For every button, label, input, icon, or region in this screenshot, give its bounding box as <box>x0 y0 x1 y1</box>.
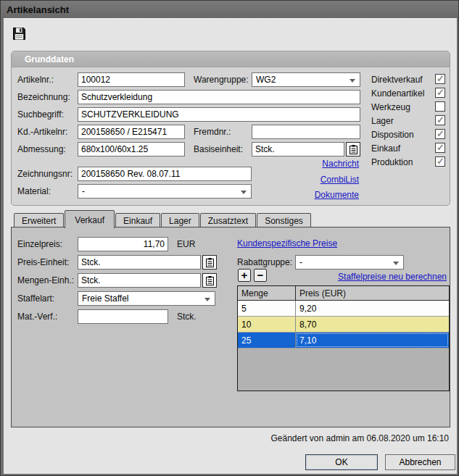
mat-verf-unit: Stck. <box>177 312 197 322</box>
table-header: Menge Preis (EUR) <box>238 286 449 301</box>
mengen-einheit-label: Mengen-Einh.: <box>17 275 74 285</box>
einzelpreis-unit: EUR <box>177 239 195 249</box>
floppy-disk-icon <box>12 27 26 43</box>
staffelpreise-neu-berechnen-link[interactable]: Staffelpreise neu berechnen <box>338 272 447 282</box>
chevron-down-icon <box>241 191 247 194</box>
menge-cell[interactable]: 25 <box>238 333 296 348</box>
rabattgruppe-label: Rabattgruppe: <box>237 257 292 267</box>
kundenartikel-checkbox[interactable] <box>435 88 445 98</box>
nachricht-link[interactable]: Nachricht <box>322 159 359 169</box>
clipboard-icon <box>350 145 357 154</box>
rabattgruppe-value: - <box>299 257 302 267</box>
grunddaten-groupbox: Grunddaten Artikelnr.: Warengruppe: WG2 … <box>11 51 450 206</box>
title-bar: Artikelansicht <box>1 1 458 18</box>
rabattgruppe-select[interactable]: - <box>295 255 404 270</box>
basiseinheit-label: Basiseinheit: <box>194 144 243 154</box>
mat-verf-label: Mat.-Verf.: <box>17 312 57 322</box>
staffelart-label: Staffelart: <box>17 293 54 304</box>
einkauf-label: Einkauf <box>371 143 400 154</box>
artikelnr-label: Artikelnr.: <box>17 75 54 85</box>
chevron-down-icon <box>350 79 355 83</box>
cancel-button[interactable]: Abbrechen <box>385 454 455 470</box>
bezeichnung-input[interactable] <box>78 90 360 104</box>
werkzeug-checkbox[interactable] <box>435 101 445 112</box>
table-row[interactable]: 10 8,70 <box>238 317 449 333</box>
preis-einheit-input[interactable] <box>78 255 201 270</box>
clipboard-icon <box>206 276 214 285</box>
kd-artikelnr-input[interactable] <box>78 125 185 139</box>
combilist-link[interactable]: CombiList <box>321 175 359 185</box>
clipboard-icon <box>206 258 214 267</box>
column-header-menge[interactable]: Menge <box>238 286 296 300</box>
verkauf-tab-page: Einzelpreis: EUR Preis-Einheit: Mengen-E… <box>11 227 450 427</box>
preis-cell[interactable]: 8,70 <box>296 317 449 332</box>
einzelpreis-input[interactable] <box>78 237 168 251</box>
material-value: - <box>82 186 85 196</box>
warengruppe-value: WG2 <box>256 75 276 85</box>
tab-erweitert[interactable]: Erweitert <box>14 213 64 227</box>
menge-cell[interactable]: 10 <box>238 317 296 332</box>
tab-sonstiges[interactable]: Sonstiges <box>257 213 311 227</box>
abmessung-label: Abmessung: <box>17 144 66 154</box>
table-row[interactable]: 5 9,20 <box>238 301 449 317</box>
preis-cell[interactable]: 9,20 <box>296 301 449 316</box>
lager-label: Lager <box>371 116 394 126</box>
dialog-content: Grunddaten Artikelnr.: Warengruppe: WG2 … <box>4 18 457 474</box>
preis-cell[interactable]: 7,10 <box>296 333 449 348</box>
menge-cell[interactable]: 5 <box>238 301 296 316</box>
zeichnungsnr-label: Zeichnungsnr: <box>17 169 73 179</box>
zeichnungsnr-input[interactable] <box>78 167 252 181</box>
tab-strip: Erweitert Verkauf Einkauf Lager Zusatzte… <box>11 210 312 227</box>
staffelart-select[interactable]: Freie Staffel <box>78 291 215 306</box>
suchbegriff-label: Suchbegriff: <box>17 109 64 120</box>
disposition-checkbox[interactable] <box>435 129 445 139</box>
kd-artikelnr-label: Kd.-Artikelnr: <box>17 127 67 137</box>
fremdnr-label: Fremdnr.: <box>194 127 231 137</box>
artikelnr-input[interactable] <box>78 72 185 87</box>
mat-verf-input[interactable] <box>78 309 168 324</box>
lager-checkbox[interactable] <box>435 115 445 125</box>
preis-einheit-label: Preis-Einheit: <box>17 257 69 267</box>
last-modified-status: Geändert von admin am 06.08.2020 um 16:1… <box>271 433 450 443</box>
chevron-down-icon <box>393 262 399 265</box>
material-select[interactable]: - <box>78 184 252 199</box>
kundenspezifische-preise-link[interactable]: Kundenspezifische Preise <box>237 238 337 249</box>
tab-einkauf[interactable]: Einkauf <box>115 213 160 227</box>
basiseinheit-input[interactable] <box>252 142 344 156</box>
disposition-label: Disposition <box>371 130 414 140</box>
material-label: Material: <box>17 186 51 196</box>
produktion-checkbox[interactable] <box>435 156 445 167</box>
preis-einheit-picker-button[interactable] <box>202 255 217 270</box>
remove-staffel-button[interactable]: − <box>254 269 267 282</box>
mengen-einheit-picker-button[interactable] <box>202 273 217 288</box>
add-staffel-button[interactable]: + <box>238 269 251 282</box>
window-title: Artikelansicht <box>7 4 69 15</box>
ok-button[interactable]: OK <box>305 454 378 470</box>
staffelart-value: Freie Staffel <box>82 293 128 304</box>
einkauf-checkbox[interactable] <box>435 143 445 153</box>
bezeichnung-label: Bezeichnung: <box>17 92 70 102</box>
dokumente-link[interactable]: Dokumente <box>315 190 359 200</box>
table-row-selected[interactable]: 25 7,10 <box>238 333 449 348</box>
werkzeug-label: Werkzeug <box>371 102 410 112</box>
grunddaten-title: Grunddaten <box>25 54 74 64</box>
tab-verkauf[interactable]: Verkauf <box>65 210 115 228</box>
chevron-down-icon <box>204 298 210 301</box>
tab-zusatztext[interactable]: Zusatztext <box>200 213 256 227</box>
tab-lager[interactable]: Lager <box>161 213 199 227</box>
mengen-einheit-input[interactable] <box>78 273 201 288</box>
save-button[interactable] <box>9 26 28 43</box>
direktverkauf-label: Direktverkauf <box>371 75 423 85</box>
warengruppe-label: Warengruppe: <box>194 75 249 85</box>
basiseinheit-picker-button[interactable] <box>346 142 360 156</box>
suchbegriff-input[interactable] <box>78 107 360 122</box>
column-header-preis[interactable]: Preis (EUR) <box>296 286 449 300</box>
abmessung-input[interactable] <box>78 142 185 156</box>
warengruppe-select[interactable]: WG2 <box>252 72 360 87</box>
staffelpreise-table: Menge Preis (EUR) 5 9,20 10 8,70 25 7,10 <box>237 285 450 391</box>
fremdnr-input[interactable] <box>252 125 360 139</box>
einzelpreis-label: Einzelpreis: <box>17 239 62 249</box>
direktverkauf-checkbox[interactable] <box>435 74 445 84</box>
grunddaten-header: Grunddaten <box>12 51 450 67</box>
kundenartikel-label: Kundenartikel <box>371 88 424 99</box>
